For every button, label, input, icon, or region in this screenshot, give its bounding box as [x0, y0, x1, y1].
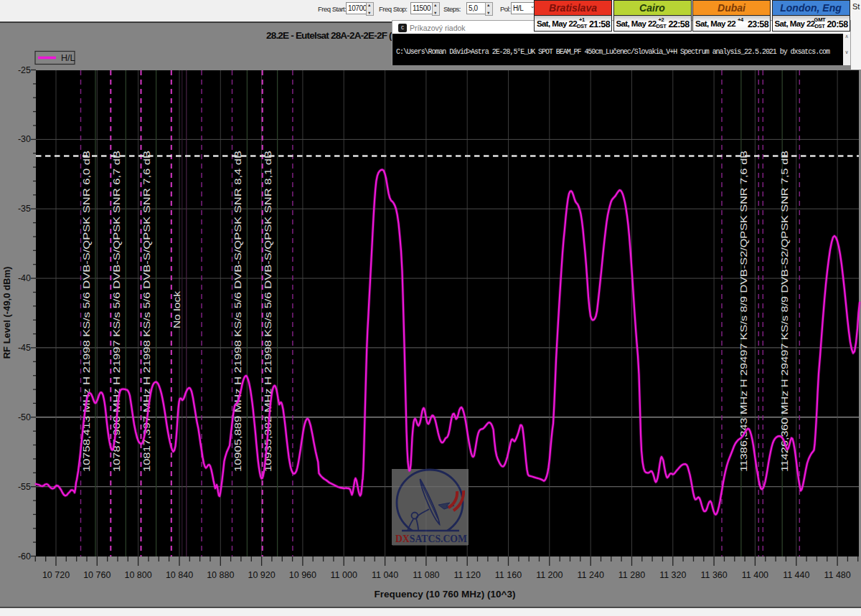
svg-text:-50: -50 — [18, 412, 31, 422]
svg-text:11 040: 11 040 — [372, 570, 398, 580]
svg-text:11386,343 MHz H 29497 KS/s 8: 11386,343 MHz H 29497 KS/s 8/9 DVB-S2/QP… — [739, 151, 749, 472]
svg-text:11426,360 MHz H 29497 KS/s 8: 11426,360 MHz H 29497 KS/s 8/9 DVB-S2/QP… — [780, 151, 790, 472]
svg-text:-55: -55 — [18, 482, 31, 492]
svg-text:10 720: 10 720 — [42, 570, 70, 580]
svg-text:Frequency (10 760 MHz) (10^3): Frequency (10 760 MHz) (10^3) — [375, 589, 516, 600]
svg-text:11 120: 11 120 — [454, 570, 481, 580]
svg-text:-25: -25 — [18, 65, 31, 75]
svg-text:11 320: 11 320 — [659, 570, 686, 580]
svg-text:11 280: 11 280 — [618, 570, 645, 580]
svg-text:11 200: 11 200 — [536, 570, 563, 580]
svg-text:DXSATCS.COM: DXSATCS.COM — [395, 532, 467, 544]
svg-text:10 800: 10 800 — [124, 570, 151, 580]
svg-text:11 400: 11 400 — [742, 570, 768, 580]
svg-text:11 080: 11 080 — [413, 570, 439, 580]
svg-text:11 360: 11 360 — [700, 570, 727, 580]
svg-text:10 880: 10 880 — [207, 570, 234, 580]
svg-text:10 840: 10 840 — [166, 570, 193, 580]
svg-text:10905,889 MHz H 21998 KS/s 5: 10905,889 MHz H 21998 KS/s 5/6 DVB-S/QPS… — [233, 151, 243, 472]
svg-text:-35: -35 — [18, 204, 31, 214]
svg-text:-30: -30 — [18, 134, 31, 144]
svg-text:-60: -60 — [18, 551, 31, 561]
svg-text:10 760: 10 760 — [83, 570, 110, 580]
svg-text:H/L: H/L — [61, 53, 75, 63]
svg-text:11 240: 11 240 — [578, 570, 604, 580]
svg-text:No lock: No lock — [172, 290, 182, 328]
svg-text:-45: -45 — [18, 343, 31, 353]
svg-text:11 160: 11 160 — [495, 570, 522, 580]
svg-text:11 480: 11 480 — [824, 570, 850, 580]
svg-text:11 000: 11 000 — [331, 570, 357, 580]
svg-text:10 960: 10 960 — [289, 570, 316, 580]
svg-text:-40: -40 — [18, 273, 31, 283]
svg-text:11 440: 11 440 — [783, 570, 809, 580]
svg-text:10 920: 10 920 — [248, 570, 275, 580]
svg-text:RF Level (-49,0 dBm): RF Level (-49,0 dBm) — [1, 267, 12, 359]
